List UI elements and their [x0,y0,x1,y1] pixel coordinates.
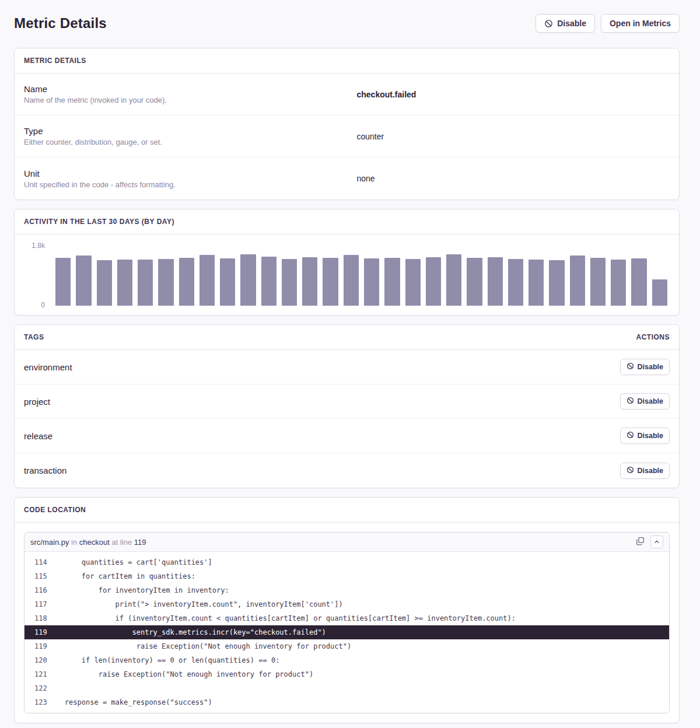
detail-label: Name [24,84,347,94]
chart-bar [426,257,441,306]
code-line: 118 if (inventoryItem.count < quantities… [24,611,669,625]
ban-icon [544,19,553,28]
code-text: for cartItem in quantities: [48,569,195,583]
disable-tag-button-label: Disable [638,432,663,440]
chart-bar [549,260,564,306]
line-number: 119 [134,538,146,547]
chart-bar [158,259,173,306]
disable-tag-button[interactable]: Disable [620,428,670,444]
collapse-button[interactable] [650,536,663,548]
page-title: Metric Details [14,15,107,32]
disable-tag-button-label: Disable [638,363,663,371]
code-text: quantities = cart['quantities'] [48,555,212,569]
ban-icon [626,431,634,440]
code-line: 120 if len(inventory) == 0 or len(quanti… [24,653,669,667]
activity-panel: ACTIVITY IN THE LAST 30 DAYS (BY DAY) 1.… [14,209,680,316]
code-location-panel-title: CODE LOCATION [24,506,86,514]
code-line: 114 quantities = cart['quantities'] [24,555,669,569]
chart-bar [261,257,276,306]
chart-bar [508,259,523,306]
disable-button[interactable]: Disable [536,14,595,33]
line-number: 117 [24,597,48,611]
at-line-words: at line [112,538,132,547]
activity-bars [55,250,667,306]
metric-details-panel-header: METRIC DETAILS [15,48,679,74]
line-number: 115 [24,569,48,583]
line-number: 122 [24,681,48,695]
y-axis-max-label: 1.8k [23,242,45,250]
code-location-panel-header: CODE LOCATION [15,498,679,523]
code-lines: 114 quantities = cart['quantities'] 115 … [24,552,669,713]
copy-icon [636,537,645,547]
open-in-metrics-button[interactable]: Open in Metrics [601,14,680,33]
chart-bar [488,257,503,306]
code-line: 121 raise Exception("Not enough inventor… [24,667,669,681]
chart-bar [200,255,215,306]
detail-row-type: Type Either counter, distribution, gauge… [15,116,679,158]
chart-bar [405,259,421,306]
code-line: 119 raise Exception("Not enough inventor… [24,639,669,653]
header-actions: Disable Open in Metrics [536,14,680,33]
open-in-metrics-label: Open in Metrics [610,19,671,28]
chart-bar [652,279,667,306]
chart-bar [138,260,153,306]
tag-row-environment: environment Disable [15,350,679,384]
code-text: if (inventoryItem.count < quantities[car… [48,611,516,625]
detail-description: Either counter, distribution, gauge, or … [24,138,347,146]
chart-bar [631,258,646,306]
disable-button-label: Disable [557,19,586,28]
code-text: response = make_response("success") [48,695,212,709]
activity-panel-header: ACTIVITY IN THE LAST 30 DAYS (BY DAY) [15,209,679,235]
disable-tag-button[interactable]: Disable [620,393,670,410]
code-text: print("> inventoryItem.count", inventory… [48,597,343,611]
detail-label: Type [24,126,347,136]
tags-panel-header: TAGS ACTIONS [15,325,679,350]
y-axis-min-label: 0 [23,301,45,309]
line-number: 123 [24,695,48,709]
code-text: sentry_sdk.metrics.incr(key="checkout.fa… [48,625,326,639]
ban-icon [626,466,634,475]
chart-bar [611,260,626,306]
disable-tag-button-label: Disable [638,467,663,475]
tag-name: release [24,431,52,441]
chart-bar [570,256,585,306]
metric-details-panel: METRIC DETAILS Name Name of the metric (… [14,48,680,200]
chart-bar [220,258,235,306]
line-number: 114 [24,555,48,569]
disable-tag-button[interactable]: Disable [620,463,670,479]
line-number: 120 [24,653,48,667]
detail-row-unit: Unit Unit specified in the code - affect… [15,158,679,200]
detail-value-type: counter [347,132,670,141]
line-number: 118 [24,611,48,625]
page-header: Metric Details Disable Open in Metrics [14,14,680,33]
activity-chart: 1.8k 0 [15,235,679,315]
chart-bar [323,258,338,306]
code-line: 115 for cartItem in quantities: [24,569,669,583]
actions-header-label: ACTIONS [636,333,670,341]
detail-value-name: checkout.failed [347,90,670,99]
code-text: raise Exception("Not enough inventory fo… [48,639,351,653]
code-line: 117 print("> inventoryItem.count", inven… [24,597,669,611]
chart-bar [179,258,194,306]
copy-button[interactable] [635,536,646,548]
tag-row-project: project Disable [15,384,679,419]
tags-panel: TAGS ACTIONS environment Disable project… [14,324,680,488]
file-in-word: in [71,538,77,547]
line-number: 119 [24,625,48,639]
tags-header-label: TAGS [24,333,44,341]
ban-icon [626,397,634,406]
disable-tag-button[interactable]: Disable [620,359,670,375]
code-line-highlighted: 119 sentry_sdk.metrics.incr(key="checkou… [24,625,669,639]
detail-value-unit: none [347,174,670,183]
chart-bar [240,254,256,306]
line-number: 121 [24,667,48,681]
tag-name: environment [24,362,72,372]
chart-bar [467,258,482,306]
activity-panel-title: ACTIVITY IN THE LAST 30 DAYS (BY DAY) [24,218,174,226]
tag-row-release: release Disable [15,419,679,453]
disable-tag-button-label: Disable [638,397,663,405]
chart-bar [302,257,317,306]
chevron-up-icon [654,538,660,547]
code-line: 116 for inventoryItem in inventory: [24,583,669,597]
tag-row-transaction: transaction Disable [15,453,679,488]
